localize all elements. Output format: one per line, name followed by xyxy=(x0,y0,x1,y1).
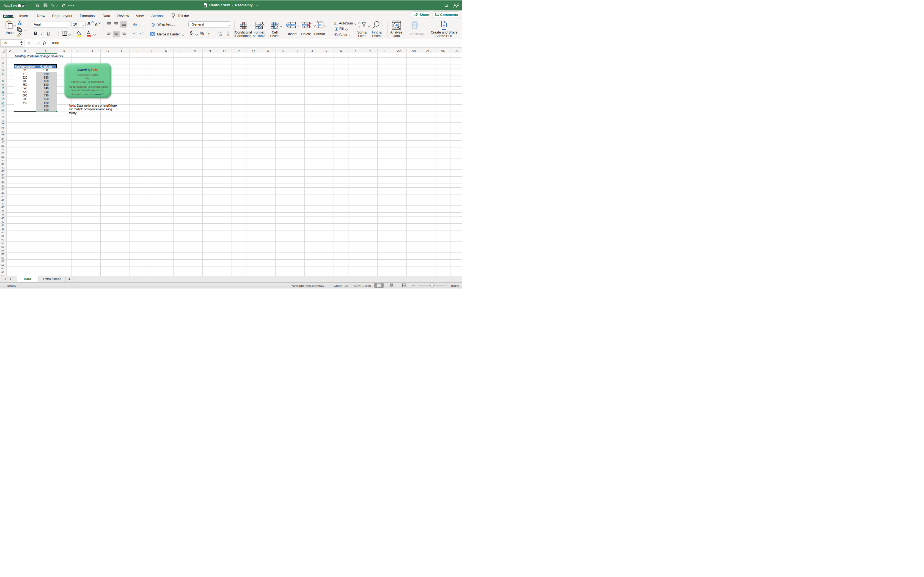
svg-text:0: 0 xyxy=(228,34,229,36)
svg-text:c: c xyxy=(152,25,153,27)
svg-text:Z: Z xyxy=(358,26,360,29)
svg-text:0: 0 xyxy=(220,31,221,34)
svg-text:.00: .00 xyxy=(219,34,222,36)
svg-text:A: A xyxy=(358,21,360,24)
svg-text:.00: .00 xyxy=(226,31,229,34)
svg-text:ab: ab xyxy=(152,22,154,24)
